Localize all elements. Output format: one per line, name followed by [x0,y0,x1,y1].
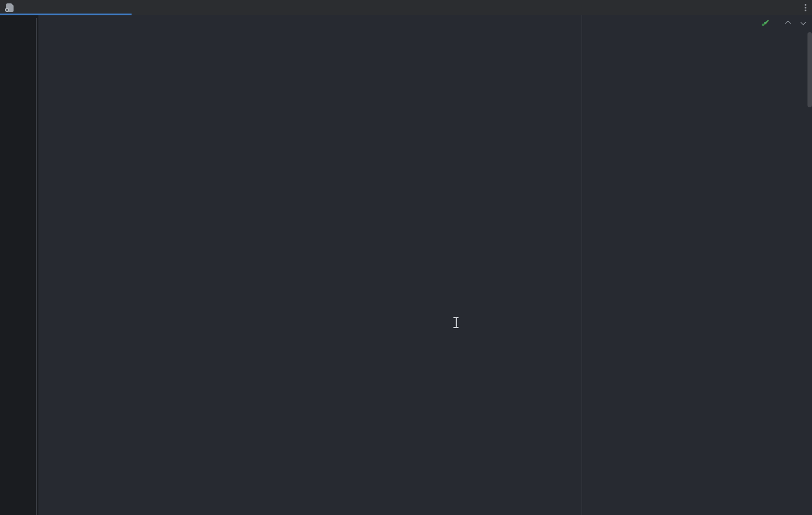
kebab-menu-icon[interactable] [805,4,806,6]
right-margin-guide [582,15,582,515]
chevron-down-icon[interactable] [801,19,806,25]
inspections-check-icon: ✔✔ [761,18,774,27]
gutter[interactable] [0,15,38,515]
active-tab-indicator [0,14,132,15]
json-file-icon [6,3,14,12]
editor-tab[interactable] [0,0,132,15]
text-cursor-pointer [453,317,459,328]
inspections-widget[interactable]: ✔✔ [761,18,807,27]
editor-tab-bar [0,0,812,15]
scrollbar-thumb[interactable] [807,32,812,107]
chevron-up-icon[interactable] [785,21,791,27]
editor[interactable]: ✔✔ [0,15,812,515]
fold-line [36,18,37,515]
